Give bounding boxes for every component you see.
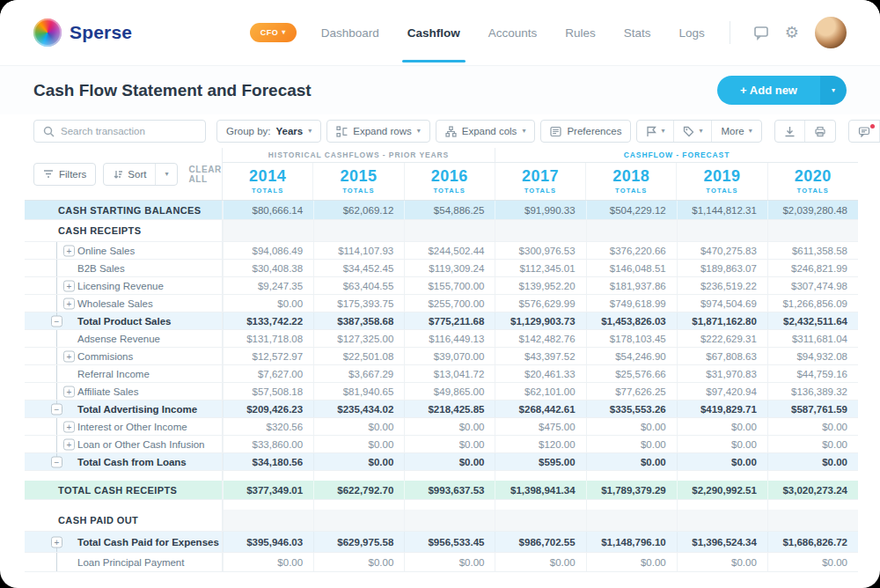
role-badge[interactable]: CFO ▾	[250, 23, 297, 42]
expand-row-icon[interactable]: +	[63, 421, 75, 432]
printer-icon	[814, 126, 826, 137]
value-cell: $387,358.68	[313, 312, 404, 329]
tag-button[interactable]: ▾	[673, 121, 711, 142]
print-button[interactable]	[804, 121, 835, 142]
tree-cols-icon	[445, 126, 457, 137]
chevron-down-icon: ▾	[165, 171, 168, 178]
table-row: CASH STARTING BALANCES$80,666.14$62,069.…	[25, 201, 858, 220]
value-cell	[313, 500, 404, 510]
value-cell: $576,629.99	[495, 295, 585, 312]
year-column-2019[interactable]: 2019TOTALS	[676, 163, 766, 200]
more-label: More	[721, 126, 744, 136]
value-cell: $31,970.83	[677, 365, 767, 382]
table-row: +Commisions$12,572.97$22,501.08$39,070.0…	[25, 348, 858, 365]
row-label: CASH PAID OUT	[58, 515, 138, 526]
download-button[interactable]	[775, 121, 804, 142]
expand-row-icon[interactable]: +	[63, 350, 75, 362]
filters-button[interactable]: Filters	[33, 163, 96, 186]
value-cell: $300,976.53	[495, 242, 585, 259]
chevron-down-icon: ▾	[832, 87, 835, 94]
year-column-2015[interactable]: 2015TOTALS	[312, 163, 403, 200]
collapse-row-icon[interactable]: −	[51, 456, 62, 467]
table-row: +Affiliate Sales$57,508.18$81,940.65$49,…	[25, 383, 858, 401]
value-cell: $0.00	[313, 553, 404, 571]
value-cell: $120.00	[495, 436, 585, 452]
value-cell: $0.00	[586, 436, 677, 452]
messages-icon[interactable]	[753, 25, 769, 40]
row-label: Total Product Sales	[77, 316, 172, 327]
value-cell	[767, 510, 858, 531]
row-label-cell: Referral Income	[25, 365, 223, 382]
value-cell	[404, 500, 495, 510]
flag-button[interactable]: ▾	[637, 121, 673, 142]
value-cell: $1,871,162.80	[677, 312, 767, 329]
user-avatar[interactable]	[815, 17, 847, 48]
year-column-2017[interactable]: 2017TOTALS	[495, 163, 585, 200]
expand-row-icon[interactable]: +	[63, 298, 75, 309]
row-label: B2B Sales	[77, 263, 125, 274]
gear-icon[interactable]: ⚙	[785, 25, 799, 40]
year-columns: 2014TOTALS2015TOTALS2016TOTALS2017TOTALS…	[223, 163, 858, 200]
collapse-row-icon[interactable]: −	[51, 403, 62, 415]
row-label: Total Cash Paid for Expenses	[77, 537, 219, 548]
add-new-button[interactable]: + Add new ▾	[717, 76, 847, 105]
preferences-label: Preferences	[567, 126, 621, 136]
filters-label: Filters	[59, 169, 86, 180]
chevron-down-icon: ▾	[282, 29, 286, 36]
preferences-button[interactable]: Preferences	[540, 120, 631, 143]
value-cell: $33,860.00	[223, 436, 313, 452]
value-cell: $0.00	[313, 453, 404, 470]
sort-button[interactable]: Sort ▾	[103, 163, 178, 186]
totals-label: TOTALS	[252, 187, 284, 195]
value-cell: $1,453,826.03	[586, 312, 677, 329]
expand-row-icon[interactable]: +	[63, 245, 75, 256]
nav-item-accounts[interactable]: Accounts	[487, 4, 539, 62]
year-label: 2014	[249, 167, 286, 186]
table-row: +Loan or Other Cash Infusion$33,860.00$0…	[25, 436, 858, 453]
year-column-2018[interactable]: 2018TOTALS	[585, 163, 676, 200]
group-by-button[interactable]: Group by: Years ▾	[216, 120, 321, 143]
expand-row-icon[interactable]: +	[63, 280, 75, 291]
search-input[interactable]	[61, 126, 196, 136]
year-column-2016[interactable]: 2016TOTALS	[404, 163, 495, 200]
filters-bar: Filters Sort ▾ CLEAR ALL	[25, 148, 223, 200]
value-cell	[586, 510, 677, 531]
value-cell: $3,667.29	[313, 365, 404, 382]
expand-row-icon[interactable]: +	[51, 536, 62, 548]
sort-dropdown[interactable]: ▾	[155, 164, 177, 185]
year-column-2020[interactable]: 2020TOTALS	[767, 163, 858, 200]
flag-tag-more-group: ▾ ▾ More ▾	[636, 120, 761, 143]
value-cell	[767, 220, 858, 241]
value-cell: $57,508.18	[223, 383, 313, 400]
expand-cols-button[interactable]: Expand cols ▾	[436, 120, 536, 143]
collapse-row-icon[interactable]: −	[51, 315, 62, 327]
expand-row-icon[interactable]: +	[63, 438, 75, 450]
expand-row-icon[interactable]: +	[63, 386, 75, 397]
value-cell: $9,247.35	[223, 277, 313, 294]
value-cell: $49,865.00	[404, 383, 495, 400]
nav-item-cashflow[interactable]: Cashflow	[406, 4, 462, 62]
table-row: +Licensing Revenue$9,247.35$63,404.55$15…	[25, 277, 858, 295]
row-label: Licensing Revenue	[77, 281, 164, 291]
top-nav: Sperse CFO ▾ DashboardCashflowAccountsRu…	[0, 0, 880, 65]
nav-item-logs[interactable]: Logs	[678, 4, 707, 62]
comments-button[interactable]	[849, 121, 879, 142]
value-cell	[404, 510, 495, 531]
value-cell: $218,425.85	[404, 401, 495, 417]
nav-item-rules[interactable]: Rules	[563, 4, 598, 62]
brand[interactable]: Sperse	[33, 18, 132, 47]
nav-item-dashboard[interactable]: Dashboard	[319, 4, 381, 62]
value-cell: $54,886.25	[404, 201, 495, 219]
year-column-2014[interactable]: 2014TOTALS	[223, 163, 312, 200]
value-cell	[495, 220, 585, 241]
add-new-dropdown[interactable]: ▾	[820, 76, 847, 105]
add-new-label[interactable]: + Add new	[717, 76, 820, 105]
row-label: CASH STARTING BALANCES	[58, 205, 202, 216]
nav-item-stats[interactable]: Stats	[622, 4, 653, 62]
expand-rows-button[interactable]: Expand rows ▾	[326, 120, 430, 143]
row-label: Interest or Other Income	[77, 422, 187, 432]
value-cell	[223, 471, 313, 481]
more-button[interactable]: More ▾	[711, 121, 760, 142]
value-cell: $0.00	[767, 436, 858, 452]
clear-all-button[interactable]: CLEAR ALL	[188, 165, 222, 184]
